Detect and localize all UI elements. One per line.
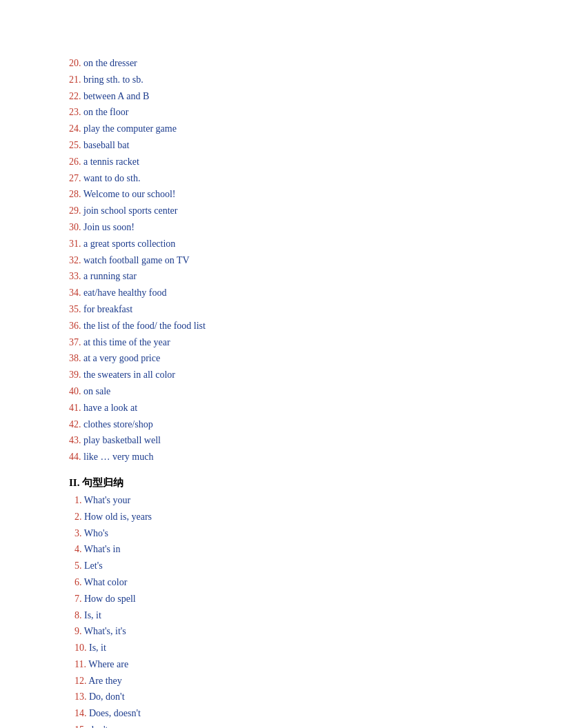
item-number: 31.: [69, 239, 81, 249]
item-number: 14.: [75, 708, 87, 718]
list-item: 43. play basketball well: [69, 432, 494, 449]
item-text: a tennis racket: [83, 156, 139, 167]
item-text: Welcome to our school!: [83, 189, 176, 199]
list-item: 13. Do, don't: [69, 689, 494, 705]
section2-header: II. 句型归纳: [69, 476, 494, 489]
item-text: on sale: [83, 386, 110, 396]
item-text: like … very much: [83, 452, 153, 462]
item-text: Is, it: [84, 610, 101, 620]
list-item: 44. like … very much: [69, 449, 494, 465]
list-item: 23. on the floor: [69, 104, 494, 121]
item-text: between A and B: [83, 91, 149, 101]
section2-chinese: 句型归纳: [82, 477, 124, 488]
list-item: 29. join school sports center: [69, 203, 494, 219]
item-number: 29.: [69, 205, 81, 216]
item-text: a running star: [83, 271, 137, 281]
item-number: 2.: [75, 512, 82, 522]
item-text: bring sth. to sb.: [83, 74, 144, 85]
list-item: 27. want to do sth.: [69, 170, 494, 187]
list-item: 32. watch football game on TV: [69, 252, 494, 269]
list-item: 7. How do spell: [69, 591, 494, 607]
item-text: for breakfast: [83, 304, 132, 314]
item-text: watch football game on TV: [83, 255, 190, 265]
item-text: play basketball well: [83, 435, 161, 445]
section2-roman: II.: [69, 477, 82, 488]
section2-list: 1. What's your2. How old is, years3. Who…: [69, 492, 494, 728]
item-text: How do spell: [84, 594, 136, 604]
list-item: 21. bring sth. to sb.: [69, 72, 494, 88]
item-text: on the dresser: [83, 58, 137, 68]
list-item: 24. play the computer game: [69, 121, 494, 137]
list-item: 10. Is, it: [69, 640, 494, 656]
item-number: 30.: [69, 222, 81, 232]
item-text: play the computer game: [83, 123, 177, 134]
item-number: 20.: [69, 58, 81, 68]
list-item: 22. between A and B: [69, 88, 494, 105]
item-number: 44.: [69, 452, 81, 462]
item-number: 25.: [69, 140, 81, 150]
list-item: 25. baseball bat: [69, 137, 494, 154]
item-number: 15.: [75, 725, 87, 728]
item-number: 41.: [69, 403, 81, 413]
item-number: 26.: [69, 156, 81, 167]
item-text: at a very good price: [83, 353, 160, 363]
item-number: 22.: [69, 91, 81, 101]
list-item: 12. Are they: [69, 673, 494, 689]
item-number: 23.: [69, 107, 81, 117]
item-text: baseball bat: [83, 140, 129, 150]
list-item: 34. eat/have healthy food: [69, 285, 494, 301]
item-number: 37.: [69, 337, 81, 347]
item-number: 10.: [75, 643, 87, 653]
list-item: 6. What color: [69, 574, 494, 591]
item-text: What color: [84, 577, 128, 587]
item-text: the list of the food/ the food list: [83, 321, 206, 331]
item-text: have a look at: [83, 403, 137, 413]
item-text: Are they: [88, 676, 122, 686]
list-item: 2. How old is, years: [69, 509, 494, 525]
item-text: How old is, years: [84, 512, 152, 522]
item-number: 4.: [75, 544, 82, 554]
item-text: What's your: [84, 495, 130, 505]
item-number: 12.: [75, 676, 87, 686]
list-item: 39. the sweaters in all color: [69, 367, 494, 383]
item-text: What's, it's: [84, 626, 126, 636]
item-number: 9.: [75, 626, 82, 636]
item-number: 40.: [69, 386, 81, 396]
item-number: 38.: [69, 353, 81, 363]
item-number: 42.: [69, 419, 81, 429]
list-item: 38. at a very good price: [69, 350, 494, 367]
item-number: 34.: [69, 287, 81, 298]
item-text: don't: [89, 725, 108, 728]
item-number: 43.: [69, 435, 81, 445]
list-item: 26. a tennis racket: [69, 154, 494, 170]
list-item: 20. on the dresser: [69, 55, 494, 72]
list-item: 36. the list of the food/ the food list: [69, 318, 494, 334]
list-item: 1. What's your: [69, 492, 494, 509]
item-number: 5.: [75, 560, 82, 571]
item-number: 8.: [75, 610, 82, 620]
item-number: 7.: [75, 594, 82, 604]
item-number: 36.: [69, 321, 81, 331]
item-number: 27.: [69, 173, 81, 183]
list-item: 5. Let's: [69, 558, 494, 574]
list-item: 31. a great sports collection: [69, 236, 494, 252]
list-item: 3. Who's: [69, 525, 494, 542]
item-text: Who's: [84, 528, 108, 538]
item-number: 6.: [75, 577, 82, 587]
item-number: 13.: [75, 691, 87, 702]
item-number: 33.: [69, 271, 81, 281]
item-text: want to do sth.: [83, 173, 140, 183]
item-text: Does, doesn't: [89, 708, 141, 718]
item-text: Join us soon!: [83, 222, 135, 232]
item-text: join school sports center: [83, 205, 177, 216]
list-item: 35. for breakfast: [69, 301, 494, 318]
item-text: Do, don't: [89, 691, 125, 702]
list-item: 4. What's in: [69, 541, 494, 558]
list-item: 40. on sale: [69, 383, 494, 400]
list-item: 28. Welcome to our school!: [69, 186, 494, 203]
item-number: 21.: [69, 74, 81, 85]
item-number: 3.: [75, 528, 82, 538]
item-text: Let's: [84, 560, 103, 571]
item-text: Where are: [88, 659, 128, 669]
list-item: 33. a running star: [69, 268, 494, 285]
